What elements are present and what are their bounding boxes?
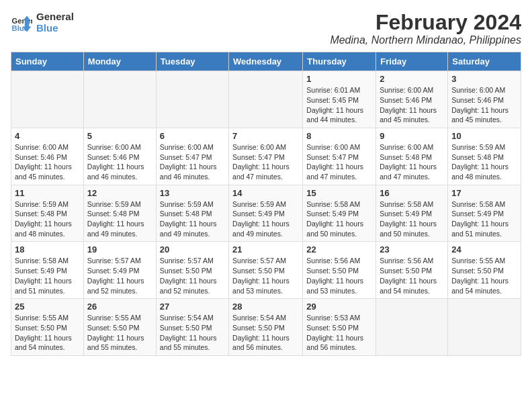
title-area: February 2024 Medina, Northern Mindanao,… [330,11,521,46]
day-number: 26 [87,302,152,312]
day-info: Sunrise: 6:00 AM Sunset: 5:47 PM Dayligh… [306,142,372,182]
day-number: 5 [87,131,152,141]
day-info: Sunrise: 6:00 AM Sunset: 5:48 PM Dayligh… [380,142,444,182]
logo-icon: General Blue [11,11,32,33]
day-info: Sunrise: 5:56 AM Sunset: 5:50 PM Dayligh… [306,256,372,295]
day-number: 28 [232,302,299,312]
calendar-cell: 10Sunrise: 5:59 AM Sunset: 5:48 PM Dayli… [448,128,521,185]
day-number: 2 [380,74,444,84]
column-header-saturday: Saturday [448,52,521,71]
day-info: Sunrise: 5:57 AM Sunset: 5:50 PM Dayligh… [232,256,299,295]
calendar-cell: 9Sunrise: 6:00 AM Sunset: 5:48 PM Daylig… [376,128,448,185]
day-number: 1 [306,74,372,84]
calendar-cell: 13Sunrise: 5:59 AM Sunset: 5:48 PM Dayli… [156,185,228,242]
day-number: 13 [160,188,225,198]
day-info: Sunrise: 5:58 AM Sunset: 5:49 PM Dayligh… [306,199,372,239]
day-number: 21 [232,244,299,255]
day-number: 20 [160,244,225,255]
day-number: 3 [451,74,517,84]
day-info: Sunrise: 5:59 AM Sunset: 5:48 PM Dayligh… [451,142,517,182]
day-info: Sunrise: 6:00 AM Sunset: 5:47 PM Dayligh… [232,142,299,182]
day-info: Sunrise: 5:56 AM Sunset: 5:50 PM Dayligh… [380,256,444,295]
calendar-cell: 23Sunrise: 5:56 AM Sunset: 5:50 PM Dayli… [376,242,448,299]
day-number: 17 [451,188,517,198]
column-header-wednesday: Wednesday [229,52,303,71]
calendar-cell: 17Sunrise: 5:58 AM Sunset: 5:49 PM Dayli… [448,185,521,242]
calendar-header-row: SundayMondayTuesdayWednesdayThursdayFrid… [11,52,521,71]
logo-line1: General [36,11,74,22]
day-info: Sunrise: 5:53 AM Sunset: 5:50 PM Dayligh… [306,313,372,353]
calendar-cell: 11Sunrise: 5:59 AM Sunset: 5:48 PM Dayli… [11,185,84,242]
calendar-week-row: 11Sunrise: 5:59 AM Sunset: 5:48 PM Dayli… [11,185,521,242]
day-number: 14 [232,188,299,198]
calendar-cell: 7Sunrise: 6:00 AM Sunset: 5:47 PM Daylig… [229,128,303,185]
calendar-cell: 26Sunrise: 5:55 AM Sunset: 5:50 PM Dayli… [83,299,156,356]
day-info: Sunrise: 5:59 AM Sunset: 5:48 PM Dayligh… [15,199,80,239]
calendar-week-row: 25Sunrise: 5:55 AM Sunset: 5:50 PM Dayli… [11,299,521,356]
calendar-week-row: 4Sunrise: 6:00 AM Sunset: 5:46 PM Daylig… [11,128,521,185]
day-number: 4 [15,131,80,141]
day-number: 19 [87,244,152,255]
day-number: 23 [380,244,444,255]
column-header-friday: Friday [376,52,448,71]
day-info: Sunrise: 5:57 AM Sunset: 5:49 PM Dayligh… [87,256,152,295]
calendar-cell [83,71,156,128]
calendar-cell: 21Sunrise: 5:57 AM Sunset: 5:50 PM Dayli… [229,242,303,299]
calendar-cell: 28Sunrise: 5:54 AM Sunset: 5:50 PM Dayli… [229,299,303,356]
day-info: Sunrise: 6:00 AM Sunset: 5:46 PM Dayligh… [87,142,152,182]
page-title: February 2024 [330,11,521,34]
day-info: Sunrise: 5:59 AM Sunset: 5:48 PM Dayligh… [160,199,225,239]
calendar-cell: 27Sunrise: 5:54 AM Sunset: 5:50 PM Dayli… [156,299,228,356]
calendar-cell: 25Sunrise: 5:55 AM Sunset: 5:50 PM Dayli… [11,299,84,356]
day-info: Sunrise: 5:55 AM Sunset: 5:50 PM Dayligh… [15,313,80,353]
calendar-cell: 1Sunrise: 6:01 AM Sunset: 5:45 PM Daylig… [303,71,376,128]
column-header-thursday: Thursday [303,52,376,71]
calendar-cell: 15Sunrise: 5:58 AM Sunset: 5:49 PM Dayli… [303,185,376,242]
calendar-cell: 18Sunrise: 5:58 AM Sunset: 5:49 PM Dayli… [11,242,84,299]
day-info: Sunrise: 5:59 AM Sunset: 5:49 PM Dayligh… [232,199,299,239]
page-subtitle: Medina, Northern Mindanao, Philippines [330,34,521,46]
column-header-sunday: Sunday [11,52,84,71]
day-info: Sunrise: 5:54 AM Sunset: 5:50 PM Dayligh… [160,313,225,353]
calendar-cell: 6Sunrise: 6:00 AM Sunset: 5:47 PM Daylig… [156,128,228,185]
calendar-body: 1Sunrise: 6:01 AM Sunset: 5:45 PM Daylig… [11,71,521,356]
day-info: Sunrise: 5:55 AM Sunset: 5:50 PM Dayligh… [451,256,517,295]
calendar-cell: 12Sunrise: 5:59 AM Sunset: 5:48 PM Dayli… [83,185,156,242]
day-number: 22 [306,244,372,255]
day-number: 16 [380,188,444,198]
logo-line2: Blue [36,22,74,34]
column-header-monday: Monday [83,52,156,71]
day-info: Sunrise: 5:58 AM Sunset: 5:49 PM Dayligh… [15,256,80,295]
day-number: 11 [15,188,80,198]
day-number: 7 [232,131,299,141]
column-header-tuesday: Tuesday [156,52,228,71]
day-info: Sunrise: 5:58 AM Sunset: 5:49 PM Dayligh… [380,199,444,239]
day-info: Sunrise: 5:55 AM Sunset: 5:50 PM Dayligh… [87,313,152,353]
calendar-cell [376,299,448,356]
calendar-cell: 29Sunrise: 5:53 AM Sunset: 5:50 PM Dayli… [303,299,376,356]
day-number: 8 [306,131,372,141]
day-info: Sunrise: 6:00 AM Sunset: 5:47 PM Dayligh… [160,142,225,182]
day-info: Sunrise: 5:58 AM Sunset: 5:49 PM Dayligh… [451,199,517,239]
calendar-cell [156,71,228,128]
calendar-cell [229,71,303,128]
day-info: Sunrise: 5:57 AM Sunset: 5:50 PM Dayligh… [160,256,225,295]
calendar-cell: 4Sunrise: 6:00 AM Sunset: 5:46 PM Daylig… [11,128,84,185]
day-number: 9 [380,131,444,141]
day-info: Sunrise: 6:00 AM Sunset: 5:46 PM Dayligh… [380,85,444,125]
day-number: 6 [160,131,225,141]
day-number: 29 [306,302,372,312]
calendar-week-row: 18Sunrise: 5:58 AM Sunset: 5:49 PM Dayli… [11,242,521,299]
calendar-cell: 22Sunrise: 5:56 AM Sunset: 5:50 PM Dayli… [303,242,376,299]
calendar-cell: 8Sunrise: 6:00 AM Sunset: 5:47 PM Daylig… [303,128,376,185]
calendar-cell: 19Sunrise: 5:57 AM Sunset: 5:49 PM Dayli… [83,242,156,299]
calendar-cell: 20Sunrise: 5:57 AM Sunset: 5:50 PM Dayli… [156,242,228,299]
day-number: 15 [306,188,372,198]
day-number: 10 [451,131,517,141]
calendar-cell: 16Sunrise: 5:58 AM Sunset: 5:49 PM Dayli… [376,185,448,242]
svg-text:General: General [12,17,32,25]
day-number: 27 [160,302,225,312]
calendar-cell: 3Sunrise: 6:00 AM Sunset: 5:46 PM Daylig… [448,71,521,128]
header: General Blue General Blue February 2024 … [11,11,521,46]
calendar-cell: 5Sunrise: 6:00 AM Sunset: 5:46 PM Daylig… [83,128,156,185]
